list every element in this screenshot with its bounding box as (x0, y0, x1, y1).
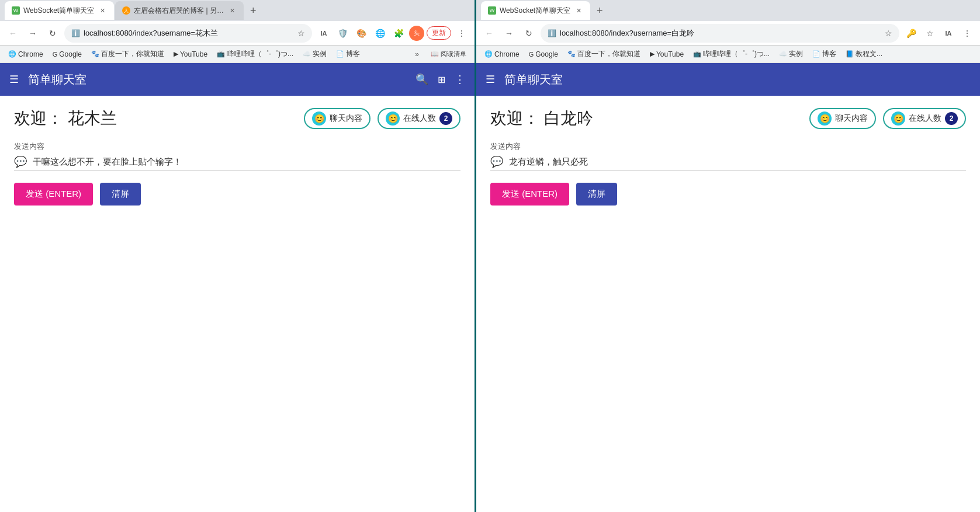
left-bookmark-baidu[interactable]: 🐾 百度一下，你就知道 (88, 48, 168, 60)
left-browser-window: W WebSocket简单聊天室 ✕ 人 左眉会格右眉哭的博客 | 另一个...… (0, 0, 476, 512)
right-welcome-section: 欢迎： 白龙吟 😊 聊天内容 😊 在线人数 2 (490, 107, 966, 130)
right-bookmark-google-label: Google (535, 50, 558, 58)
right-key-icon[interactable]: 🔑 (903, 25, 919, 41)
right-bilibili-icon: 📺 (693, 50, 701, 58)
left-message-input-row: 💬 (14, 155, 460, 171)
right-url-bar[interactable]: ℹ️ localhost:8080/index?username=白龙吟 ☆ (541, 24, 899, 43)
left-app-title: 简单聊天室 (28, 72, 406, 88)
right-message-input-row: 💬 (490, 155, 966, 171)
left-avatar[interactable]: 头 (409, 26, 424, 41)
right-send-button[interactable]: 发送 (ENTER) (490, 183, 569, 206)
left-forward-button[interactable]: → (25, 25, 41, 41)
left-youtube-icon: ▶ (174, 50, 178, 58)
right-tab-1-favicon: W (488, 6, 496, 15)
left-tab-1-close[interactable]: ✕ (98, 6, 107, 15)
right-menu-icon[interactable]: ⋮ (959, 25, 975, 41)
left-bookmark-google[interactable]: G Google (49, 49, 85, 60)
right-online-tab[interactable]: 😊 在线人数 2 (883, 108, 966, 129)
left-header-search-icon[interactable]: 🔍 (415, 73, 428, 86)
left-header-exit-icon[interactable]: ⊞ (438, 74, 445, 85)
left-header-menu-icon[interactable]: ☰ (9, 73, 19, 86)
right-bookmark-blog-label: 博客 (822, 49, 836, 59)
right-blog-icon: 📄 (812, 50, 820, 58)
right-star-toolbar-icon[interactable]: ☆ (922, 25, 938, 41)
left-url-bar[interactable]: ℹ️ localhost:8080/index?username=花木兰 ☆ (64, 24, 312, 43)
right-page-content: ☰ 简单聊天室 欢迎： 白龙吟 😊 聊天内容 😊 在线人数 (476, 63, 980, 512)
left-bookmark-youtube-label: YouTube (180, 50, 207, 58)
right-message-input[interactable] (509, 157, 966, 167)
left-chrome-icon: 🌐 (8, 50, 16, 58)
right-bookmark-blog[interactable]: 📄 博客 (809, 48, 840, 60)
right-bookmark-tutorial[interactable]: 📘 教程文... (842, 48, 886, 60)
right-bookmark-baidu[interactable]: 🐾 百度一下，你就知道 (564, 48, 644, 60)
left-update-button[interactable]: 更新 (427, 26, 451, 40)
left-palette-icon[interactable]: 🎨 (353, 25, 369, 41)
left-welcome-text: 欢迎： 花木兰 (14, 107, 117, 130)
left-online-tab[interactable]: 😊 在线人数 2 (378, 108, 460, 129)
right-header-menu-icon[interactable]: ☰ (486, 73, 495, 86)
left-bookmark-blog[interactable]: 📄 博客 (333, 48, 363, 60)
left-bookmark-youtube[interactable]: ▶ YouTube (170, 49, 211, 60)
right-tab-1-close[interactable]: ✕ (574, 6, 583, 15)
left-header-more-icon[interactable]: ⋮ (455, 73, 465, 86)
right-tab-1-active[interactable]: W WebSocket简单聊天室 ✕ (481, 1, 590, 20)
left-bookmark-bilibili[interactable]: 📺 哔哩哔哩（゜-゜)つ... (213, 48, 297, 60)
left-bookmarks-more[interactable]: » (411, 49, 423, 60)
left-shield-icon[interactable]: 🛡️ (334, 25, 351, 41)
right-username: 白龙吟 (544, 109, 593, 127)
left-message-label: 发送内容 (14, 141, 460, 152)
left-send-button[interactable]: 发送 (ENTER) (14, 183, 93, 206)
right-chat-tab[interactable]: 😊 聊天内容 (809, 108, 876, 129)
right-bookmark-google[interactable]: G Google (525, 49, 562, 60)
right-message-area: 发送内容 💬 (490, 141, 966, 171)
left-username: 花木兰 (68, 109, 117, 127)
left-welcome-section: 欢迎： 花木兰 😊 聊天内容 😊 在线人数 2 (14, 107, 460, 130)
right-bookmark-bilibili-label: 哔哩哔哩（゜-゜)つ... (703, 49, 770, 59)
left-menu-icon[interactable]: ⋮ (453, 25, 470, 41)
right-clear-button[interactable]: 清屏 (576, 183, 617, 206)
right-reload-button[interactable]: ↻ (521, 25, 537, 41)
left-chat-tab-icon: 😊 (312, 112, 326, 126)
left-star-icon[interactable]: ☆ (297, 29, 305, 38)
left-google-icon: G (53, 51, 58, 58)
left-tab-1-active[interactable]: W WebSocket简单聊天室 ✕ (5, 1, 114, 20)
left-bookmark-chrome-label: Chrome (18, 50, 43, 58)
left-bookmark-chrome[interactable]: 🌐 Chrome (5, 49, 47, 60)
right-message-label: 发送内容 (490, 141, 966, 152)
left-page-content: ☰ 简单聊天室 🔍 ⊞ ⋮ 欢迎： 花木兰 😊 聊天内容 (0, 63, 475, 512)
right-google-icon: G (529, 51, 534, 58)
right-bookmark-bilibili[interactable]: 📺 哔哩哔哩（゜-゜)つ... (690, 48, 773, 60)
left-bookmark-google-label: Google (59, 50, 82, 58)
left-chat-tab[interactable]: 😊 聊天内容 (304, 108, 370, 129)
left-message-input[interactable] (33, 157, 460, 167)
left-tab-2-close[interactable]: ✕ (227, 6, 237, 15)
right-address-bar: ← → ↻ ℹ️ localhost:8080/index?username=白… (476, 21, 980, 46)
left-chat-tab-label: 聊天内容 (330, 113, 362, 124)
right-star-icon[interactable]: ☆ (885, 29, 892, 38)
right-bookmark-chrome[interactable]: 🌐 Chrome (481, 49, 523, 60)
left-tab-2-inactive[interactable]: 人 左眉会格右眉哭的博客 | 另一个... ✕ (115, 1, 244, 20)
right-action-buttons: 发送 (ENTER) 清屏 (490, 183, 966, 206)
right-ia-icon[interactable]: IA (940, 25, 957, 41)
right-bookmark-youtube[interactable]: ▶ YouTube (646, 49, 687, 60)
right-cloud-icon: ☁️ (779, 50, 787, 58)
right-back-button[interactable]: ← (481, 25, 497, 41)
right-tab-1-title: WebSocket简单聊天室 (500, 6, 570, 16)
right-browser-window: W WebSocket简单聊天室 ✕ + ← → ↻ ℹ️ localhost:… (476, 0, 980, 512)
right-new-tab-button[interactable]: + (591, 2, 608, 19)
left-new-tab-button[interactable]: + (245, 2, 261, 19)
right-welcome-text: 欢迎： 白龙吟 (490, 107, 593, 130)
left-bookmark-reader[interactable]: 📖 阅读清单 (427, 48, 470, 60)
left-puzzle-icon[interactable]: 🧩 (390, 25, 407, 41)
left-message-area: 发送内容 💬 (14, 141, 460, 171)
right-message-icon: 💬 (490, 155, 503, 168)
left-back-button[interactable]: ← (5, 25, 21, 41)
left-bookmark-cloud[interactable]: ☁️ 实例 (299, 48, 330, 60)
left-ia-icon[interactable]: IA (316, 25, 332, 41)
left-translate-icon[interactable]: 🌐 (372, 25, 388, 41)
left-reload-button[interactable]: ↻ (44, 25, 61, 41)
left-online-tab-label: 在线人数 (403, 113, 436, 124)
right-bookmark-cloud[interactable]: ☁️ 实例 (775, 48, 806, 60)
left-clear-button[interactable]: 清屏 (100, 183, 141, 206)
right-forward-button[interactable]: → (501, 25, 517, 41)
